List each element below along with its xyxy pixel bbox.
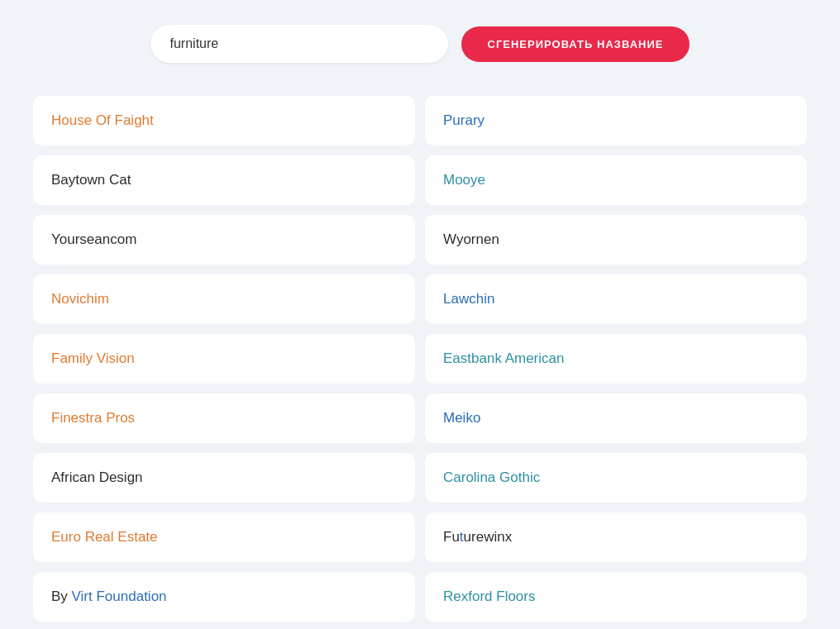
list-item[interactable]: Mooye [425,155,807,205]
list-item[interactable]: Carolina Gothic [425,453,807,503]
list-item[interactable]: Futurewinx [425,512,807,562]
list-item[interactable]: Rexford Floors [425,572,807,622]
list-item[interactable]: By Virt Foundation [33,572,415,622]
list-item[interactable]: African Design [33,453,415,503]
list-item[interactable]: Baytown Cat [33,155,415,205]
list-item[interactable]: Yourseancom [33,215,415,264]
list-item[interactable]: Meiko [425,393,807,443]
list-item[interactable]: Novichim [33,274,415,324]
list-item[interactable]: Eastbank American [425,334,807,384]
list-item[interactable]: House Of Faight [33,96,415,145]
list-item[interactable]: Purary [425,96,807,145]
list-item[interactable]: Wyornen [425,215,807,264]
list-item[interactable]: Euro Real Estate [33,512,415,562]
search-input[interactable] [150,25,448,63]
list-item[interactable]: Finestra Pros [33,393,415,443]
top-bar: СГЕНЕРИРОВАТЬ НАЗВАНИЕ [33,25,807,63]
names-grid: House Of FaightPuraryBaytown CatMooyeYou… [33,96,807,622]
generate-button[interactable]: СГЕНЕРИРОВАТЬ НАЗВАНИЕ [461,26,690,62]
list-item[interactable]: Lawchin [425,274,807,324]
list-item[interactable]: Family Vision [33,334,415,384]
